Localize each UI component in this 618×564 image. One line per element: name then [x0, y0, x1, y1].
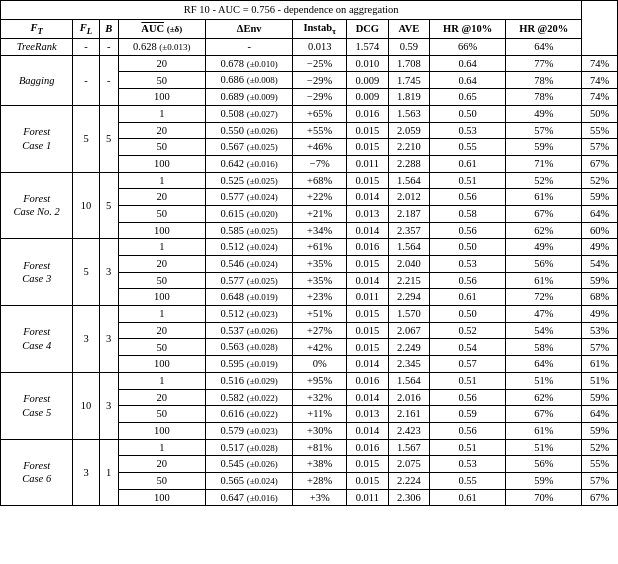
sub-row-deltaenv: +32%: [293, 389, 347, 406]
sub-row-hr10: 71%: [506, 155, 582, 172]
sub-row-dcg: 1.564: [388, 239, 430, 256]
sub-row-b: 100: [118, 289, 205, 306]
header-row: FT FL B AUC (±δ) ΔEnv Instabτ DCG AVE HR…: [1, 19, 618, 38]
sub-row-ave: 0.50: [430, 239, 506, 256]
sub-row-ave: 0.61: [430, 289, 506, 306]
results-table: RF 10 - AUC = 0.756 - dependence on aggr…: [0, 0, 618, 506]
sub-row-hr10: 57%: [506, 122, 582, 139]
forest-case-row: ForestCase 4 3 3 1 0.512 (±0.023) +51% 0…: [1, 306, 618, 323]
sub-row-instab: 0.015: [347, 306, 389, 323]
forest-case-label: ForestCase 6: [1, 439, 73, 506]
sub-row-ave: 0.56: [430, 222, 506, 239]
sub-row-hr20: 54%: [582, 256, 618, 273]
bagging-dcg: 1.708: [388, 55, 430, 72]
sub-row-deltaenv: +35%: [293, 256, 347, 273]
sub-row-ave: 0.53: [430, 122, 506, 139]
sub-row-ave: 0.53: [430, 256, 506, 273]
col-header-deltaenv: ΔEnv: [205, 19, 292, 38]
sub-row-b: 20: [118, 256, 205, 273]
sub-row-hr20: 61%: [582, 356, 618, 373]
sub-row-hr20: 51%: [582, 372, 618, 389]
forest-case-ft: 5: [73, 105, 99, 172]
sub-row-auc: 0.648 (±0.019): [205, 289, 292, 306]
sub-row-b: 20: [118, 389, 205, 406]
sub-row-dcg: 2.357: [388, 222, 430, 239]
sub-row-deltaenv: +22%: [293, 189, 347, 206]
sub-row-hr20: 59%: [582, 422, 618, 439]
sub-row-hr20: 49%: [582, 239, 618, 256]
sub-row-hr10: 56%: [506, 456, 582, 473]
bagging-auc: 0.678 (±0.010): [205, 55, 292, 72]
forest-case-row: ForestCase 3 5 3 1 0.512 (±0.024) +61% 0…: [1, 239, 618, 256]
sub-row-dcg: 2.016: [388, 389, 430, 406]
forest-case-ft: 10: [73, 172, 99, 239]
bagging-hr20: 74%: [582, 72, 618, 89]
sub-row-hr20: 59%: [582, 272, 618, 289]
sub-row-auc: 0.615 (±0.020): [205, 205, 292, 222]
sub-row-instab: 0.015: [347, 339, 389, 356]
sub-row-b: 20: [118, 122, 205, 139]
sub-row-hr20: 55%: [582, 122, 618, 139]
sub-row-auc: 0.579 (±0.023): [205, 422, 292, 439]
sub-row-hr10: 47%: [506, 306, 582, 323]
treerank-instab: 0.013: [293, 39, 347, 56]
sub-row-deltaenv: +38%: [293, 456, 347, 473]
sub-row-instab: 0.016: [347, 105, 389, 122]
sub-row-ave: 0.55: [430, 472, 506, 489]
sub-row-auc: 0.616 (±0.022): [205, 406, 292, 423]
sub-row-dcg: 1.564: [388, 172, 430, 189]
sub-row-dcg: 1.564: [388, 372, 430, 389]
sub-row-b: 100: [118, 489, 205, 506]
forest-case-label: ForestCase 1: [1, 105, 73, 172]
sub-row-auc: 0.565 (±0.024): [205, 472, 292, 489]
sub-row-hr10: 72%: [506, 289, 582, 306]
sub-row-hr10: 49%: [506, 105, 582, 122]
sub-row-auc: 0.567 (±0.025): [205, 139, 292, 156]
sub-row-hr20: 64%: [582, 406, 618, 423]
bagging-instab: 0.009: [347, 89, 389, 106]
sub-row-dcg: 2.215: [388, 272, 430, 289]
bagging-dcg: 1.745: [388, 72, 430, 89]
sub-row-ave: 0.50: [430, 105, 506, 122]
sub-row-deltaenv: 0%: [293, 356, 347, 373]
sub-row-ave: 0.57: [430, 356, 506, 373]
sub-row-auc: 0.512 (±0.024): [205, 239, 292, 256]
treerank-hr20: 64%: [506, 39, 582, 56]
sub-row-hr20: 64%: [582, 205, 618, 222]
col-header-instab: Instabτ: [293, 19, 347, 38]
forest-case-row: ForestCase 5 10 3 1 0.516 (±0.029) +95% …: [1, 372, 618, 389]
treerank-label: TreeRank: [1, 39, 73, 56]
sub-row-b: 50: [118, 406, 205, 423]
sub-row-hr20: 53%: [582, 322, 618, 339]
col-header-ave: AVE: [388, 19, 430, 38]
table-title: RF 10 - AUC = 0.756 - dependence on aggr…: [1, 1, 582, 20]
bagging-row: Bagging - - 20 0.678 (±0.010) −25% 0.010…: [1, 55, 618, 72]
sub-row-hr10: 56%: [506, 256, 582, 273]
forest-case-fl: 3: [99, 372, 118, 439]
sub-row-dcg: 2.187: [388, 205, 430, 222]
sub-row-deltaenv: +11%: [293, 406, 347, 423]
sub-row-auc: 0.550 (±0.026): [205, 122, 292, 139]
sub-row-ave: 0.58: [430, 205, 506, 222]
forest-case-label: ForestCase 4: [1, 306, 73, 373]
sub-row-b: 1: [118, 372, 205, 389]
forest-case-ft: 10: [73, 372, 99, 439]
sub-row-b: 50: [118, 139, 205, 156]
sub-row-dcg: 2.306: [388, 489, 430, 506]
sub-row-dcg: 2.210: [388, 139, 430, 156]
sub-row-b: 50: [118, 205, 205, 222]
sub-row-b: 20: [118, 189, 205, 206]
sub-row-auc: 0.563 (±0.028): [205, 339, 292, 356]
sub-row-deltaenv: +30%: [293, 422, 347, 439]
sub-row-dcg: 1.570: [388, 306, 430, 323]
treerank-auc: 0.628 (±0.013): [118, 39, 205, 56]
treerank-b: -: [99, 39, 118, 56]
sub-row-dcg: 2.067: [388, 322, 430, 339]
sub-row-b: 100: [118, 155, 205, 172]
sub-row-ave: 0.55: [430, 139, 506, 156]
sub-row-auc: 0.595 (±0.019): [205, 356, 292, 373]
sub-row-deltaenv: +61%: [293, 239, 347, 256]
sub-row-ave: 0.56: [430, 272, 506, 289]
sub-row-b: 20: [118, 322, 205, 339]
sub-row-instab: 0.015: [347, 322, 389, 339]
